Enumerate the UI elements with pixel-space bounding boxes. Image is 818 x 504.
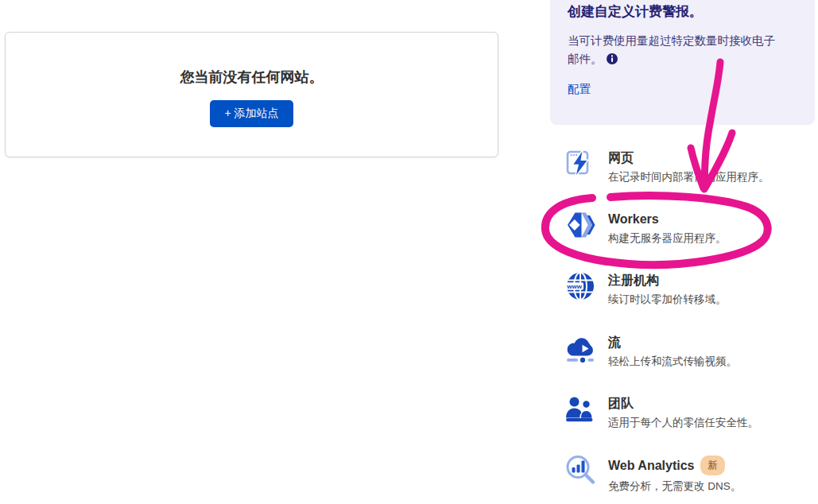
- product-title: 流: [608, 334, 737, 351]
- product-description: 轻松上传和流式传输视频。: [608, 355, 737, 369]
- product-description: 适用于每个人的零信任安全性。: [608, 416, 758, 430]
- product-description: 免费分析，无需更改 DNS。: [608, 479, 741, 494]
- product-text: Web Analytics新 免费分析，无需更改 DNS。: [608, 454, 741, 494]
- empty-sites-message: 您当前没有任何网站。: [6, 68, 498, 87]
- product-item-stream[interactable]: 流 轻松上传和流式传输视频。: [550, 332, 818, 369]
- product-text: Workers 构建无服务器应用程序。: [608, 209, 727, 246]
- product-item-registrar[interactable]: www 注册机构 续订时以零加价转移域。: [550, 270, 818, 307]
- workers-logo-icon: [564, 209, 596, 241]
- product-text: 注册机构 续订时以零加价转移域。: [608, 270, 727, 307]
- product-description: 续订时以零加价转移域。: [608, 293, 727, 307]
- billing-alert-description-text: 当可计费使用量超过特定数量时接收电子邮件。: [568, 34, 775, 65]
- product-title: 网页: [608, 149, 770, 166]
- empty-sites-card: 您当前没有任何网站。 + 添加站点: [5, 32, 498, 157]
- billing-alert-description: 当可计费使用量超过特定数量时接收电子邮件。: [568, 32, 781, 70]
- billing-alert-card: 创建自定义计费警报。 当可计费使用量超过特定数量时接收电子邮件。 配置: [550, 0, 815, 125]
- magnifier-chart-icon: [564, 454, 596, 486]
- product-item-workers[interactable]: Workers 构建无服务器应用程序。: [550, 209, 818, 246]
- product-title-text: Web Analytics: [608, 459, 694, 472]
- add-site-button[interactable]: + 添加站点: [210, 100, 293, 127]
- billing-alert-title: 创建自定义计费警报。: [568, 2, 796, 21]
- product-text: 团队 适用于每个人的零信任安全性。: [608, 394, 758, 430]
- new-badge: 新: [700, 456, 725, 475]
- info-icon[interactable]: [607, 52, 618, 70]
- product-text: 网页 在记录时间内部署前端应用程序。: [608, 148, 770, 184]
- product-title: Workers: [608, 211, 727, 227]
- product-text: 流 轻松上传和流式传输视频。: [608, 332, 737, 369]
- page: { "main": { "empty_message": "您当前没有任何网站。…: [0, 0, 818, 504]
- product-title: 团队: [608, 395, 758, 412]
- product-item-pages[interactable]: 网页 在记录时间内部署前端应用程序。: [550, 148, 818, 184]
- globe-www-icon: www: [564, 270, 596, 302]
- people-icon: [564, 394, 596, 425]
- cloud-play-icon: [564, 332, 596, 364]
- svg-text:www: www: [566, 283, 582, 290]
- browser-lightning-icon: [564, 148, 596, 180]
- product-item-teams[interactable]: 团队 适用于每个人的零信任安全性。: [550, 394, 818, 430]
- product-title: Web Analytics新: [608, 456, 741, 475]
- product-item-web-analytics[interactable]: Web Analytics新 免费分析，无需更改 DNS。: [550, 454, 818, 494]
- product-title: 注册机构: [608, 272, 727, 289]
- product-description: 构建无服务器应用程序。: [608, 231, 727, 246]
- configure-link[interactable]: 配置: [568, 82, 591, 97]
- product-description: 在记录时间内部署前端应用程序。: [608, 170, 770, 184]
